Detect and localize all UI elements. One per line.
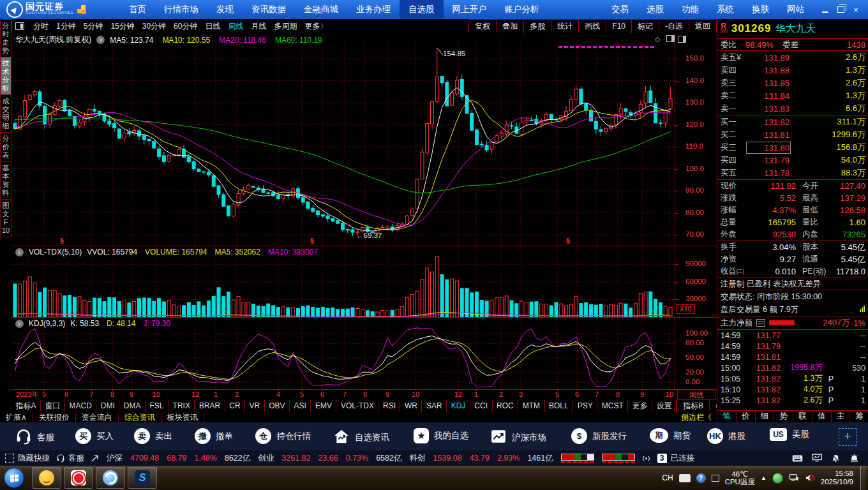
tick-row[interactable]: 14:59131.81--: [717, 352, 868, 362]
indicator-OBV[interactable]: OBV: [265, 400, 290, 412]
quote-tab-主[interactable]: 主: [831, 411, 850, 422]
ask-row[interactable]: 卖五¥131.892.6万: [717, 51, 868, 64]
toolbar-item-港股[interactable]: HK港股: [707, 428, 745, 444]
nav-item-账户分析[interactable]: 账户分析: [496, 0, 548, 19]
sidebar-item-基本资料[interactable]: 基本资料: [0, 162, 11, 200]
indicator-更多[interactable]: 更多: [628, 400, 652, 412]
period-月线[interactable]: 月线: [247, 20, 270, 33]
bid-row[interactable]: 买三131.80156.8万: [717, 141, 868, 154]
taskbar-app-2[interactable]: [64, 467, 93, 489]
chevron-down-icon[interactable]: ∨: [96, 36, 105, 44]
period-1分钟[interactable]: 1分钟: [52, 20, 80, 33]
period-多周期[interactable]: 多周期: [270, 20, 301, 33]
indicator-MTM[interactable]: MTM: [518, 400, 544, 412]
sidebar-item-分时走势[interactable]: 分时走势: [0, 19, 11, 57]
index-value[interactable]: 4709.48: [130, 454, 159, 463]
panel-toggle-icon[interactable]: [678, 36, 686, 43]
index-value[interactable]: 3261.82: [281, 454, 310, 463]
right-nav-选股[interactable]: 选股: [638, 0, 673, 19]
main-candlestick-chart[interactable]: [11, 33, 675, 246]
right-nav-换肤[interactable]: 换肤: [743, 0, 778, 19]
indicator-窗口[interactable]: 窗口: [41, 400, 65, 412]
restore-window-icon[interactable]: [712, 475, 719, 482]
period-15分钟[interactable]: 15分钟: [107, 20, 138, 33]
period-30分钟[interactable]: 30分钟: [138, 20, 170, 33]
tool-统计[interactable]: 统计: [551, 20, 578, 33]
service-headset-icon[interactable]: [56, 454, 65, 463]
chevron-down-icon[interactable]: ∨: [15, 320, 24, 328]
ask-row[interactable]: 卖二131.841.3万: [717, 89, 868, 102]
period-日线[interactable]: 日线: [201, 20, 224, 33]
monitor-chart-icon[interactable]: [812, 454, 822, 463]
help-icon[interactable]: ?: [696, 473, 706, 483]
keyboard-icon[interactable]: [792, 454, 803, 463]
start-button[interactable]: [4, 468, 24, 488]
toolbar-item-美股[interactable]: US美股: [770, 428, 809, 441]
indicator-FSL[interactable]: FSL: [146, 400, 168, 412]
tool-复权[interactable]: 复权: [469, 20, 496, 33]
quote-tab-值[interactable]: 值: [812, 411, 831, 422]
sidebar-item-图文F10[interactable]: 图文F10: [0, 200, 11, 237]
nav-item-首页[interactable]: 首页: [120, 0, 155, 19]
toolbar-item-沪深市场[interactable]: 沪深市场: [490, 428, 546, 447]
tick-row[interactable]: 14:59131.77--: [717, 330, 868, 341]
indicator-DMI[interactable]: DMI: [96, 400, 119, 412]
bell-icon[interactable]: [831, 454, 841, 463]
muted-speaker-icon[interactable]: [805, 473, 815, 482]
taskbar-app-4[interactable]: S: [128, 467, 157, 489]
period-更多〉[interactable]: 更多〉: [301, 20, 331, 33]
quote-tab-势[interactable]: 势: [774, 411, 793, 422]
hide-shortcut-icon[interactable]: [5, 454, 14, 463]
bid-row[interactable]: 买一131.82311.1万: [717, 115, 868, 128]
index-value[interactable]: 1539.08: [433, 454, 461, 463]
sidebar-toggle[interactable]: 侧边栏《: [681, 412, 717, 423]
right-nav-系统[interactable]: 系统: [708, 0, 743, 19]
hide-shortcut-label[interactable]: 隐藏快捷: [18, 453, 50, 464]
indicator-ROC[interactable]: ROC: [493, 400, 519, 412]
toolbar-item-买入[interactable]: 买买入: [75, 428, 114, 444]
right-nav-网站[interactable]: 网站: [778, 0, 813, 19]
layout-icon[interactable]: [15, 22, 24, 30]
indicator-TRIX[interactable]: TRIX: [168, 400, 195, 412]
indicator-CCI[interactable]: CCI: [470, 400, 493, 412]
tool-画线[interactable]: 画线: [578, 20, 606, 33]
indicator-PSY[interactable]: PSY: [573, 400, 597, 412]
indicator-BRAR[interactable]: BRAR: [195, 400, 225, 412]
indicator-VR[interactable]: VR: [245, 400, 265, 412]
period-周线[interactable]: 周线: [224, 20, 247, 33]
bid-row[interactable]: 买五131.7888.3万: [717, 167, 868, 179]
indicator-DMA[interactable]: DMA: [119, 400, 146, 412]
indicator-right-指标B[interactable]: 指标B: [677, 400, 709, 412]
toolbar-item-新股发行[interactable]: $新股发行: [571, 428, 627, 444]
toolbar-item-自选资讯[interactable]: 自选资讯: [333, 428, 389, 447]
bid-row[interactable]: 买二131.811299.6万: [717, 128, 868, 141]
indicator-CR[interactable]: CR: [225, 400, 245, 412]
indicator-MACD[interactable]: MACD: [65, 400, 96, 412]
sidebar-item-成交明细[interactable]: 成交明细: [0, 95, 11, 133]
add-shortcut-button[interactable]: +: [839, 428, 857, 446]
ask-row[interactable]: 卖三131.852.6万: [717, 77, 868, 89]
indicator-RSI[interactable]: RSI: [378, 400, 400, 412]
nav-item-金融商城[interactable]: 金融商城: [295, 0, 347, 19]
keyboard-layout-icon[interactable]: [679, 474, 691, 482]
taskbar-app-1[interactable]: [32, 467, 61, 489]
ext-tab-关联报价[interactable]: 关联报价: [33, 413, 76, 422]
restore-button[interactable]: [835, 4, 846, 15]
tick-row[interactable]: 15:00131.821995.8万530: [717, 362, 868, 373]
tick-row[interactable]: 15:25131.822.6万P1: [717, 395, 868, 406]
toolbar-item-客服[interactable]: 客服: [15, 428, 54, 447]
alarm-lamp-icon[interactable]: [849, 454, 859, 463]
toolbar-item-撤单[interactable]: 撤撤单: [195, 428, 233, 444]
ask-row[interactable]: 卖四131.881.3万: [717, 64, 868, 77]
tick-row[interactable]: 14:59131.79--: [717, 341, 868, 352]
period-60分钟[interactable]: 60分钟: [170, 20, 201, 33]
close-button[interactable]: ×: [850, 4, 862, 15]
tool-F10[interactable]: F10: [606, 20, 631, 33]
nav-item-资讯数据[interactable]: 资讯数据: [243, 0, 295, 19]
indicator-指标A[interactable]: 指标A: [11, 400, 41, 412]
indicator-KDJ[interactable]: KDJ: [447, 400, 470, 412]
indicator-SAR[interactable]: SAR: [422, 400, 447, 412]
sidebar-item-技术分析[interactable]: 技术分析: [0, 57, 11, 95]
quote-tab-联[interactable]: 联: [793, 411, 812, 422]
indicator-BOLL[interactable]: BOLL: [545, 400, 574, 412]
